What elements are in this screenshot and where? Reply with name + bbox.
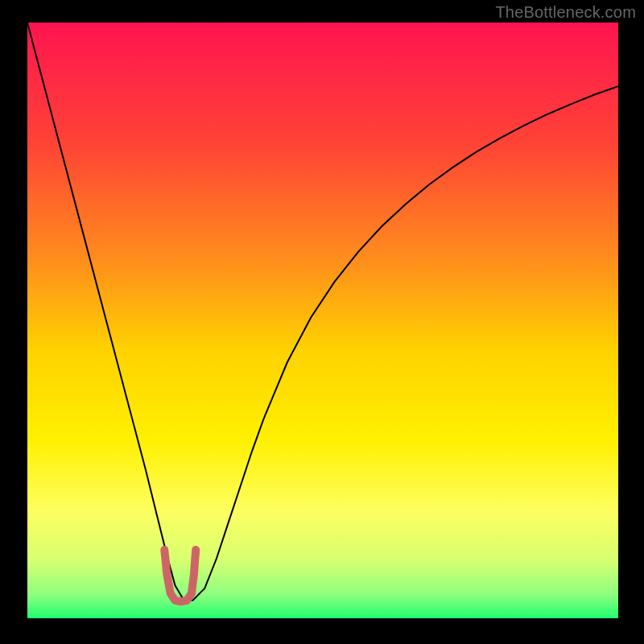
watermark-text: TheBottleneck.com (495, 3, 636, 22)
chart-stage: TheBottleneck.com (0, 0, 644, 644)
plot-background (27, 23, 618, 618)
bottleneck-chart (0, 0, 644, 644)
